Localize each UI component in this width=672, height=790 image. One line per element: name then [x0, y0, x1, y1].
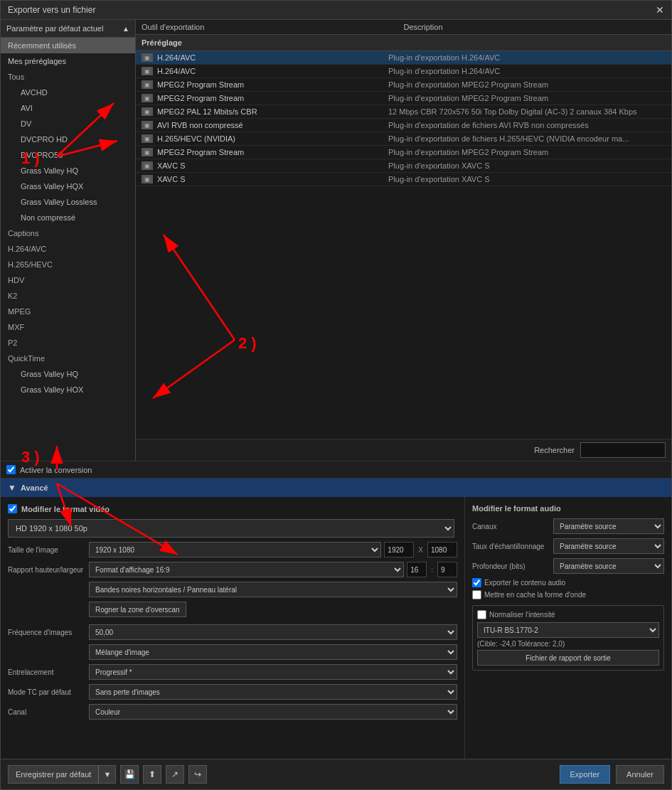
table-row[interactable]: ▣ H.264/AVC Plug-in d'exportation H.264/… [136, 51, 671, 65]
row-name: AVI RVB non compressé [157, 121, 388, 129]
table-row[interactable]: ▣ XAVC S Plug-in d'exportation XAVC S [136, 173, 671, 186]
cancel-button[interactable]: Annuler [616, 765, 664, 784]
modifier-video-checkbox[interactable] [8, 504, 17, 513]
image-height-input[interactable] [427, 542, 457, 557]
freq-label: Fréquence d'images [8, 629, 86, 636]
table-row[interactable]: ▣ MPEG2 PAL 12 Mbits/s CBR 12 Mbps CBR 7… [136, 105, 671, 119]
normaliser-dropdown[interactable]: ITU-R BS.1770-2 [477, 622, 659, 638]
mode-tc-row: Mode TC par défaut Sans perte d'images [8, 684, 457, 700]
canaux-dropdown[interactable]: Paramètre source [553, 518, 664, 534]
search-input[interactable] [580, 442, 666, 458]
nav-item-avi[interactable]: AVI [1, 100, 135, 116]
bottom-bar: Enregistrer par défaut ▼ 💾 ⬆ ↗ ↪ Exporte… [1, 759, 671, 789]
preset-row: Préréglage [136, 35, 671, 51]
row-name: MPEG2 PAL 12 Mbits/s CBR [157, 107, 388, 116]
nav-item-hdv[interactable]: HDV [1, 272, 135, 288]
nav-item-qt-gv-hox[interactable]: Grass Valley HOX [1, 382, 135, 397]
ratio-dropdown[interactable]: Format d'affichage 16:9 [89, 562, 404, 577]
share-icon-button[interactable]: ↗ [166, 765, 184, 784]
save-default-button[interactable]: Enregistrer par défaut [8, 765, 98, 784]
table-row[interactable]: ▣ MPEG2 Program Stream Plug-in d'exporta… [136, 92, 671, 105]
taux-dropdown[interactable]: Paramètre source [553, 538, 664, 554]
export-button[interactable]: Exporter [560, 765, 611, 784]
profondeur-dropdown[interactable]: Paramètre source [553, 558, 664, 574]
right-panel: Outil d'exportation Description Prérégla… [136, 20, 671, 461]
nav-item-dv[interactable]: DV [1, 116, 135, 132]
row-desc: Plug-in d'exportation MPEG2 Program Stre… [388, 94, 666, 102]
checkbox-row: Activer la conversion [1, 461, 671, 479]
normaliser-checkbox[interactable] [477, 610, 486, 619]
advanced-section: ▼ Avancé Modifier le format vidéo HD 192… [1, 479, 671, 759]
save-dropdown: Enregistrer par défaut ▼ [8, 765, 116, 784]
upload-icon-button[interactable]: ⬆ [143, 765, 161, 784]
mode-tc-dropdown[interactable]: Sans perte d'images [89, 684, 457, 700]
advanced-header[interactable]: ▼ Avancé [1, 479, 671, 497]
canal-label: Canal [8, 708, 86, 716]
rogner-btn[interactable]: Rogner la zone d'overscan [89, 602, 186, 617]
taux-label: Taux d'échantillonnage [472, 543, 550, 550]
nav-item-mpeg[interactable]: MPEG [1, 304, 135, 319]
normaliser-row: Normaliser l'intensité [477, 610, 659, 619]
left-panel: Paramètre par défaut actuel ▲ Récemment … [1, 20, 136, 461]
nav-item-recents[interactable]: Récemment utilisés [1, 38, 135, 53]
close-button[interactable]: ✕ [656, 5, 664, 15]
col1-header: Outil d'exportation [142, 23, 404, 31]
bandes-dropdown[interactable]: Bandes noires horizontales / Panneau lat… [89, 582, 457, 597]
nav-item-mxf[interactable]: MXF [1, 319, 135, 335]
table-row[interactable]: ▣ MPEG2 Program Stream Plug-in d'exporta… [136, 78, 671, 92]
melange-dropdown[interactable]: Mélange d'image [89, 644, 457, 660]
nav-item-h265[interactable]: H.265/HEVC [1, 257, 135, 272]
nav-item-dvcpro50[interactable]: DVCPRO50 [1, 147, 135, 163]
nav-item-avchd[interactable]: AVCHD [1, 85, 135, 100]
cache-fo-checkbox[interactable] [472, 590, 481, 599]
audio-format-panel: Modifier le format audio Canaux Paramètr… [465, 497, 671, 759]
nav-item-gv-lossless[interactable]: Grass Valley Lossless [1, 194, 135, 210]
row-name: XAVC S [157, 175, 388, 183]
table-row[interactable]: ▣ H.264/AVC Plug-in d'exportation H.264/… [136, 65, 671, 78]
save-icon-button[interactable]: 💾 [120, 765, 139, 784]
image-width-input[interactable] [384, 542, 414, 557]
table-row[interactable]: ▣ XAVC S Plug-in d'exportation XAVC S [136, 159, 671, 173]
row-icon: ▣ [142, 94, 153, 102]
row-icon: ▣ [142, 175, 153, 183]
normalize-section: Normaliser l'intensité ITU-R BS.1770-2 (… [472, 605, 664, 671]
video-format-panel: Modifier le format vidéo HD 1920 x 1080 … [1, 497, 465, 759]
export-icon-button[interactable]: ↪ [188, 765, 207, 784]
save-arrow-button[interactable]: ▼ [98, 765, 116, 784]
image-size-dropdown[interactable]: 1920 x 1080 [89, 542, 381, 557]
ratio-num-input[interactable] [407, 562, 427, 577]
row-desc: Plug-in d'exportation de fichiers H.265/… [388, 134, 666, 143]
table-row[interactable]: ▣ MPEG2 Program Stream Plug-in d'exporta… [136, 146, 671, 159]
nav-item-qt-gv-hq[interactable]: Grass Valley HQ [1, 366, 135, 382]
row-desc: 12 Mbps CBR 720x576 50i Top Dolby Digita… [388, 107, 666, 116]
entrelacement-dropdown[interactable]: Progressif * [89, 664, 457, 680]
nav-item-captions[interactable]: Captions [1, 225, 135, 241]
nav-item-dvcpro-hd[interactable]: DVCPRO HD [1, 132, 135, 147]
nav-item-k2[interactable]: K2 [1, 288, 135, 304]
canal-dropdown[interactable]: Couleur [89, 704, 457, 720]
fichier-rapport-btn[interactable]: Fichier de rapport de sortie [477, 650, 659, 666]
activer-conversion-checkbox[interactable] [6, 465, 16, 474]
target-text: (Cible: -24,0 Tolérance: 2,0) [477, 638, 659, 650]
nav-item-h264[interactable]: H.264/AVC [1, 241, 135, 257]
nav-item-gv-hq[interactable]: Grass Valley HQ [1, 163, 135, 178]
x-separator: X [418, 546, 423, 554]
table-row[interactable]: ▣ H.265/HEVC (NVIDIA) Plug-in d'exportat… [136, 132, 671, 146]
nav-item-mes-prereglages[interactable]: Mes préréglages [1, 53, 135, 69]
row-icon: ▣ [142, 148, 153, 156]
hd-format-dropdown[interactable]: HD 1920 x 1080 50p [8, 519, 454, 538]
bandes-row: Bandes noires horizontales / Panneau lat… [8, 582, 457, 597]
freq-dropdown[interactable]: 50,00 [89, 624, 457, 640]
hd-format-row: HD 1920 x 1080 50p [8, 519, 457, 538]
nav-item-quicktime[interactable]: QuickTime [1, 351, 135, 366]
advanced-label: Avancé [21, 484, 48, 492]
nav-item-tous[interactable]: Tous [1, 69, 135, 85]
nav-item-non-compresse[interactable]: Non compressé [1, 210, 135, 225]
melange-row: Mélange d'image [8, 644, 457, 660]
nav-item-p2[interactable]: P2 [1, 335, 135, 351]
ratio-den-input[interactable] [437, 562, 457, 577]
exporter-audio-checkbox[interactable] [472, 578, 481, 587]
row-desc: Plug-in d'exportation XAVC S [388, 161, 666, 170]
nav-item-gv-hqx[interactable]: Grass Valley HQX [1, 178, 135, 194]
table-row[interactable]: ▣ AVI RVB non compressé Plug-in d'export… [136, 119, 671, 132]
